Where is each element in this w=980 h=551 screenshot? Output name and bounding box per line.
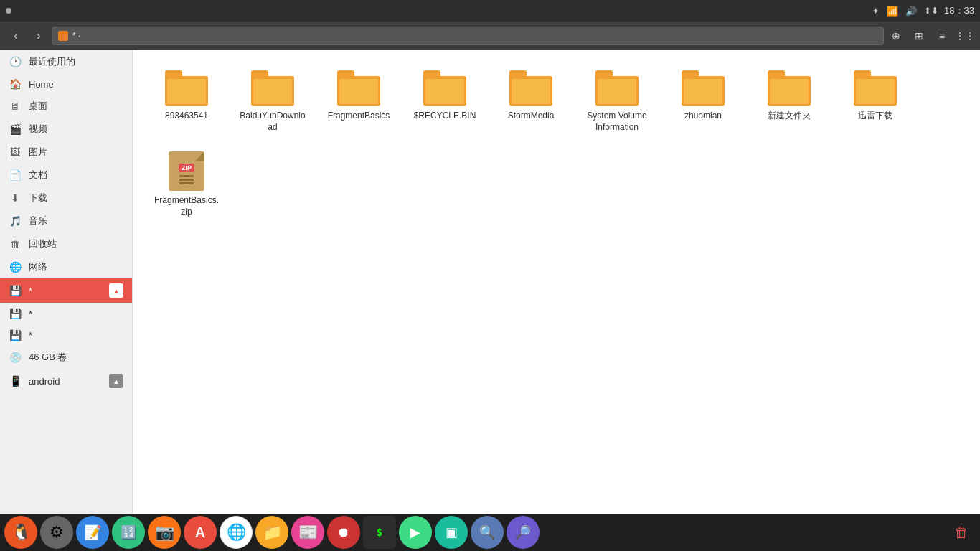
sidebar-item-recent[interactable]: 🕐 最近使用的	[0, 50, 132, 73]
video-icon: 🎬	[9, 123, 22, 135]
inspector-button[interactable]: 🔍	[471, 516, 504, 549]
drive4-icon: 💿	[9, 352, 22, 363]
file-name: 893463541	[165, 110, 208, 122]
file-item-recycle[interactable]: $RECYCLE.BIN	[405, 65, 484, 138]
trash-button[interactable]: 🗑	[947, 518, 976, 547]
sidebar-item-network[interactable]: 🌐 网络	[0, 255, 132, 278]
file-item-xinjian[interactable]: 新建文件夹	[750, 65, 829, 138]
zip-icon: ZIP	[169, 151, 204, 191]
settings-indicator-icon: ✦	[872, 6, 880, 17]
file-item-zhuomian[interactable]: zhuomian	[664, 65, 743, 138]
trash-icon: 🗑	[9, 238, 22, 250]
folder-icon	[595, 70, 639, 106]
network-sidebar-icon: 🌐	[9, 261, 22, 273]
chrome-button[interactable]: 🌐	[220, 516, 253, 549]
rss-button[interactable]: 📰	[291, 516, 324, 549]
more-view-button[interactable]: ⋮⋮	[956, 27, 974, 45]
forward-button[interactable]: ›	[29, 26, 49, 46]
network-icon: ⬆⬇	[924, 6, 938, 16]
sidebar-label-network: 网络	[29, 260, 123, 273]
terminal-button[interactable]: $	[363, 516, 396, 549]
compass-button[interactable]: ⊕	[887, 27, 905, 45]
android-studio-button[interactable]: ▶	[399, 516, 432, 549]
system-tray: ✦ 📶 🔊 ⬆⬇	[872, 6, 938, 17]
files-button[interactable]: 📁	[255, 516, 288, 549]
search2-button[interactable]: 🔎	[507, 516, 540, 549]
card-reader-button[interactable]: ▣	[435, 516, 468, 549]
folder-icon	[768, 70, 811, 106]
sidebar-item-trash[interactable]: 🗑 回收站	[0, 232, 132, 255]
sidebar-android-label: android	[29, 376, 102, 387]
settings-button[interactable]: ⚙	[40, 516, 73, 549]
sidebar-drive-4[interactable]: 💿 46 GB 卷	[0, 346, 132, 369]
file-item-zip[interactable]: ZIP FragmentBasics.zip	[147, 146, 226, 223]
sidebar-label-document: 文档	[29, 169, 123, 182]
sidebar-label-recent: 最近使用的	[29, 55, 123, 68]
topbar-dot	[6, 8, 11, 14]
grid-view-button[interactable]: ⊞	[910, 27, 928, 45]
file-item-893463541[interactable]: 893463541	[147, 65, 226, 138]
folder-icon	[251, 70, 294, 106]
file-name: StormMedia	[508, 110, 555, 122]
file-item-xunlei[interactable]: 迅雷下载	[836, 65, 915, 138]
file-item-stormmedia[interactable]: StormMedia	[491, 65, 570, 138]
location-bar[interactable]: * ·	[52, 27, 884, 45]
list-view-button[interactable]: ≡	[933, 27, 951, 45]
android-icon: 📱	[9, 375, 22, 387]
file-name: FragmentBasics	[328, 110, 390, 122]
eject-drive1-button[interactable]: ▲	[109, 283, 123, 298]
desktop-icon: 🖥	[9, 100, 22, 112]
drive-icon	[58, 31, 68, 41]
location-text: * ·	[72, 31, 80, 41]
sidebar-label-home: Home	[29, 79, 123, 90]
font-button[interactable]: A	[184, 516, 217, 549]
back-button[interactable]: ‹	[6, 26, 26, 46]
system-topbar: ✦ 📶 🔊 ⬆⬇ 18：33	[0, 0, 980, 22]
file-item-baiduyundownload[interactable]: BaiduYunDownload	[233, 65, 312, 138]
sidebar-label-desktop: 桌面	[29, 100, 123, 113]
fm-main: 🕐 最近使用的 🏠 Home 🖥 桌面 🎬 视频 🖼 图片 📄 文档	[0, 50, 980, 514]
sidebar-drive-3[interactable]: 💾 *	[0, 324, 132, 346]
sidebar-item-music[interactable]: 🎵 音乐	[0, 209, 132, 232]
sidebar-item-video[interactable]: 🎬 视频	[0, 118, 132, 141]
sidebar-item-download[interactable]: ⬇ 下载	[0, 187, 132, 209]
sidebar-drive4-label: 46 GB 卷	[29, 351, 123, 364]
ubuntu-button[interactable]: 🐧	[4, 516, 37, 549]
sidebar: 🕐 最近使用的 🏠 Home 🖥 桌面 🎬 视频 🖼 图片 📄 文档	[0, 50, 133, 514]
music-icon: 🎵	[9, 215, 22, 227]
toolbar-right: ⊕ ⊞ ≡ ⋮⋮	[887, 27, 974, 45]
eject-android-button[interactable]: ▲	[109, 374, 123, 388]
file-name: 迅雷下载	[858, 110, 892, 122]
sidebar-item-desktop[interactable]: 🖥 桌面	[0, 95, 132, 118]
drive1-icon: 💾	[9, 285, 22, 296]
cam-button[interactable]: ⏺	[327, 516, 360, 549]
picture-icon: 🖼	[9, 146, 22, 158]
file-name: 新建文件夹	[768, 110, 811, 122]
document-icon: 📄	[9, 169, 22, 181]
sidebar-item-document[interactable]: 📄 文档	[0, 164, 132, 187]
file-name: System Volume Information	[583, 110, 651, 133]
file-item-systemvolume[interactable]: System Volume Information	[578, 65, 656, 138]
sidebar-label-music: 音乐	[29, 215, 123, 227]
system-clock: 18：33	[944, 4, 974, 17]
file-name: $RECYCLE.BIN	[414, 110, 476, 122]
sidebar-label-trash: 回收站	[29, 237, 123, 250]
sidebar-drive2-label: *	[29, 309, 123, 319]
file-area: 893463541 BaiduYunDownload FragmentBasic…	[133, 50, 980, 514]
text-editor-button[interactable]: 📝	[76, 516, 109, 549]
drive2-icon: 💾	[9, 308, 22, 319]
download-icon: ⬇	[9, 192, 22, 204]
sidebar-item-picture[interactable]: 🖼 图片	[0, 141, 132, 164]
sidebar-drive3-label: *	[29, 330, 123, 341]
recent-icon: 🕐	[9, 56, 22, 67]
sidebar-item-home[interactable]: 🏠 Home	[0, 73, 132, 95]
sidebar-label-download: 下载	[29, 192, 123, 204]
calculator-button[interactable]: 🔢	[112, 516, 145, 549]
sidebar-drive-android[interactable]: 📱 android ▲	[0, 369, 132, 393]
volume-icon: 🔊	[905, 6, 917, 17]
sidebar-drive-1[interactable]: 💾 * ▲	[0, 278, 132, 303]
sidebar-drive-2[interactable]: 💾 *	[0, 303, 132, 324]
cheese-button[interactable]: 📷	[148, 516, 181, 549]
file-item-fragmentbasics[interactable]: FragmentBasics	[319, 65, 398, 138]
home-icon: 🏠	[9, 78, 22, 90]
